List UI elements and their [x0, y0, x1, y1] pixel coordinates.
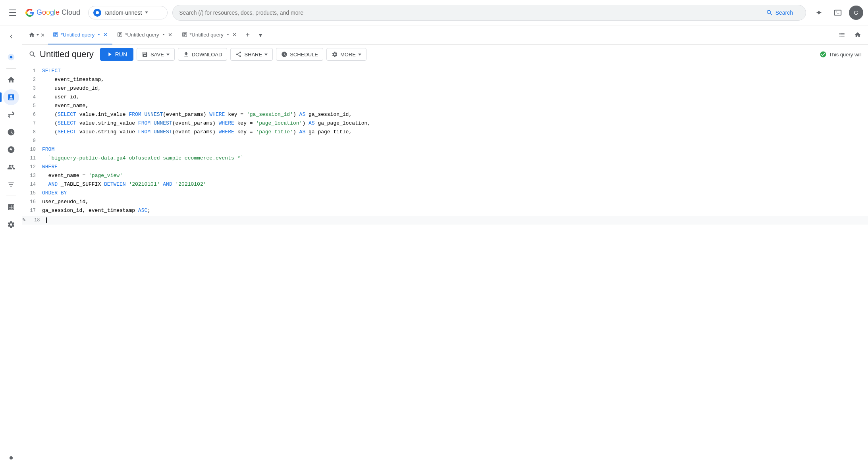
tab-query-3-chevron-icon	[227, 34, 229, 35]
code-line-11: 11 `bigquery-public-data.ga4_obfuscated_…	[22, 155, 868, 163]
project-name: random-unnest	[104, 10, 142, 16]
code-line-7: 7 (SELECT value.string_value FROM UNNEST…	[22, 120, 868, 129]
more-icon	[332, 51, 338, 58]
sidebar-item-monitoring[interactable]	[3, 199, 19, 215]
terminal-icon	[833, 8, 842, 17]
add-tab-button[interactable]: +	[241, 29, 254, 41]
code-line-8: 8 (SELECT value.string_value FROM UNNEST…	[22, 129, 868, 137]
query-tab-2-icon	[117, 32, 123, 37]
search-icon	[766, 9, 773, 16]
tab-query-3-close[interactable]: ✕	[232, 32, 237, 38]
line-content-8: (SELECT value.string_value FROM UNNEST(e…	[42, 129, 868, 135]
code-line-3: 3 user_pseudo_id,	[22, 85, 868, 94]
home-tab-close[interactable]: ✕	[41, 32, 45, 38]
tab-query-1[interactable]: *Untitled query ✕	[48, 25, 112, 44]
global-search-bar[interactable]: Search	[172, 5, 806, 21]
query-search-icon	[29, 50, 37, 58]
line-number-9: 9	[22, 138, 42, 144]
line-number-13: 13	[22, 173, 42, 179]
more-tabs-button[interactable]: ▾	[254, 29, 267, 41]
tab-home[interactable]: ✕	[25, 30, 48, 40]
code-line-2: 2 event_timestamp,	[22, 76, 868, 85]
tab-query-1-chevron-icon	[98, 34, 100, 35]
tab-bar: ✕ *Untitled query ✕ *Untitled query ✕ *U…	[22, 25, 868, 45]
project-chevron-icon	[145, 12, 148, 13]
share-button[interactable]: SHARE	[230, 48, 273, 61]
bigquery-icon	[7, 53, 15, 61]
analytics-hub-icon	[7, 146, 15, 154]
logo-text: Google Cloud	[37, 8, 80, 17]
transfers-icon	[7, 111, 15, 119]
content-area: ✕ *Untitled query ✕ *Untitled query ✕ *U…	[22, 25, 868, 469]
sidebar-item-transfers[interactable]	[3, 107, 19, 123]
line-content-9	[42, 138, 868, 144]
more-chevron-icon	[358, 54, 361, 56]
code-line-16: 16 user_pseudo_id,	[22, 198, 868, 207]
code-line-12: 12 WHERE	[22, 163, 868, 172]
download-button[interactable]: DOWNLOAD	[178, 48, 228, 61]
list-view-button[interactable]	[835, 28, 849, 42]
line-number-8: 8	[22, 129, 42, 135]
search-button[interactable]: Search	[760, 6, 799, 19]
cloud-shell-button[interactable]	[830, 5, 846, 21]
home-view-icon	[854, 31, 861, 38]
line-number-4: 4	[22, 94, 42, 100]
home-tab-icon	[29, 32, 35, 38]
tab-query-1-close[interactable]: ✕	[103, 32, 108, 38]
line-number-1: 1	[22, 68, 42, 74]
google-cloud-icon	[25, 8, 34, 17]
top-nav: Google Cloud random-unnest Search ✦ G	[0, 0, 868, 25]
project-icon	[93, 9, 101, 17]
line-number-11: 11	[22, 156, 42, 161]
code-editor[interactable]: 1 SELECT 2 event_timestamp, 3 user_pseud…	[22, 64, 868, 469]
more-button-label: MORE	[340, 52, 356, 58]
more-button[interactable]: MORE	[326, 48, 366, 61]
svg-point-1	[10, 56, 12, 59]
gemini-button[interactable]: ✦	[811, 5, 827, 21]
line-number-10: 10	[22, 147, 42, 152]
line-content-15: ORDER BY	[42, 190, 868, 196]
tab-query-2-close[interactable]: ✕	[168, 32, 172, 38]
query-toolbar: Untitled query RUN SAVE DOWNLOAD SHARE	[22, 45, 868, 64]
line-number-18: 18	[26, 217, 46, 223]
sidebar-item-scheduled[interactable]	[3, 124, 19, 140]
line-content-18	[46, 217, 868, 223]
tab-query-3-label: *Untitled query	[190, 32, 224, 38]
tab-query-3[interactable]: *Untitled query ✕	[177, 25, 241, 44]
schedule-button[interactable]: SCHEDULE	[276, 48, 323, 61]
save-button[interactable]: SAVE	[137, 48, 175, 61]
code-line-5: 5 event_name,	[22, 102, 868, 111]
sidebar-toggle-button[interactable]	[3, 29, 19, 44]
save-button-label: SAVE	[150, 52, 164, 58]
monitoring-icon	[7, 203, 15, 211]
edit-icon[interactable]: ✎	[22, 216, 25, 223]
user-avatar[interactable]: G	[849, 6, 863, 20]
sidebar-item-filter[interactable]	[3, 177, 19, 192]
text-cursor	[46, 217, 47, 223]
list-view-icon	[838, 31, 845, 38]
search-button-label: Search	[775, 10, 793, 16]
line-content-2: event_timestamp,	[42, 77, 868, 83]
share-button-label: SHARE	[244, 52, 262, 58]
hamburger-menu-button[interactable]	[5, 5, 21, 21]
sidebar-item-dot[interactable]	[3, 450, 19, 466]
line-content-3: user_pseudo_id,	[42, 85, 868, 91]
sidebar-item-editor[interactable]	[3, 89, 19, 105]
home-view-button[interactable]	[851, 28, 865, 42]
code-line-9: 9	[22, 137, 868, 146]
sidebar-item-people[interactable]	[3, 159, 19, 175]
tab-query-2[interactable]: *Untitled query ✕	[112, 25, 177, 44]
sidebar-item-bigquery[interactable]	[3, 49, 19, 65]
line-content-1: SELECT	[42, 68, 868, 74]
line-number-17: 17	[22, 208, 42, 213]
project-selector[interactable]: random-unnest	[88, 6, 168, 19]
sidebar-item-home[interactable]	[3, 72, 19, 88]
scheduled-icon	[7, 128, 15, 136]
sidebar-item-analytics-hub[interactable]	[3, 142, 19, 158]
global-search-input[interactable]	[179, 10, 760, 16]
run-button[interactable]: RUN	[100, 48, 133, 61]
left-sidebar	[0, 25, 22, 469]
tab-query-2-chevron-icon	[162, 34, 165, 35]
sidebar-item-settings[interactable]	[3, 217, 19, 233]
line-content-6: (SELECT value.int_value FROM UNNEST(even…	[42, 111, 868, 117]
